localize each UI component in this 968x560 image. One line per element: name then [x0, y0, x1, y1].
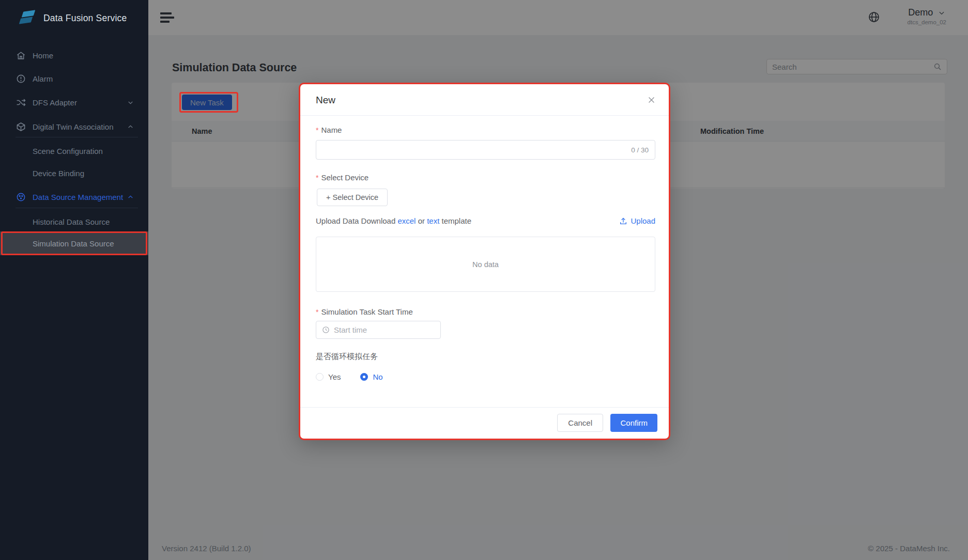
sidebar-item-dfs-adapter[interactable]: DFS Adapter [0, 92, 148, 112]
character-counter: 0 / 30 [631, 146, 649, 154]
upload-data-label: Upload Data Download excel or text templ… [316, 216, 655, 225]
app-screen: Data Fusion Service Home Alarm DFS Adapt… [0, 0, 968, 560]
shuffle-icon [16, 97, 26, 107]
cube-icon [16, 121, 26, 132]
sidebar-item-label: Alarm [33, 74, 148, 83]
close-icon[interactable] [646, 95, 656, 105]
name-input[interactable] [316, 146, 631, 154]
sidebar-item-label: Historical Data Source [33, 217, 110, 226]
chevron-down-icon [127, 99, 134, 106]
confirm-button[interactable]: Confirm [610, 414, 657, 432]
sidebar-item-label: Scene Configuration [33, 147, 103, 155]
sidebar: Data Fusion Service Home Alarm DFS Adapt… [0, 0, 148, 560]
sidebar-item-data-source-management[interactable]: Data Source Management [0, 187, 148, 207]
sidebar-item-device-binding[interactable]: Device Binding [0, 163, 148, 183]
select-device-button[interactable]: + Select Device [317, 189, 388, 206]
upload-label-suffix: template [442, 216, 472, 225]
upload-button[interactable]: Upload [619, 216, 655, 225]
uploaded-data-panel: No data [316, 237, 655, 292]
data-source-icon [16, 192, 26, 202]
sidebar-item-label: DFS Adapter [33, 98, 127, 107]
app-logo-row: Data Fusion Service [0, 0, 148, 36]
sidebar-item-home[interactable]: Home [0, 45, 148, 65]
sidebar-item-label: Digital Twin Association [33, 122, 127, 131]
loop-task-label: 是否循环模拟任务 [316, 352, 378, 362]
modal-footer-divider [300, 407, 669, 408]
text-template-link[interactable]: text [427, 216, 439, 225]
home-icon [16, 50, 26, 60]
name-field-label: *Name [316, 126, 342, 134]
upload-label-prefix: Upload Data Download [316, 216, 395, 225]
required-asterisk: * [316, 174, 318, 182]
sidebar-divider [16, 208, 138, 208]
start-time-label: *Simulation Task Start Time [316, 307, 413, 316]
upload-label: Upload [631, 216, 655, 225]
name-input-box: 0 / 30 [316, 140, 655, 160]
sidebar-item-scene-configuration[interactable]: Scene Configuration [0, 141, 148, 161]
alarm-icon [16, 73, 26, 84]
sidebar-item-label: Home [33, 51, 148, 60]
excel-template-link[interactable]: excel [397, 216, 416, 225]
radio-option-yes[interactable]: Yes [316, 372, 341, 381]
sidebar-item-digital-twin-association[interactable]: Digital Twin Association [0, 117, 148, 136]
sidebar-divider [16, 137, 138, 137]
modal-title: New [316, 95, 335, 106]
sidebar-item-alarm[interactable]: Alarm [0, 69, 148, 88]
sidebar-item-label: Simulation Data Source [33, 239, 114, 248]
app-logo-icon [20, 9, 35, 27]
radio-option-no[interactable]: No [360, 372, 382, 381]
radio-label-yes: Yes [328, 372, 341, 381]
new-task-modal: New *Name 0 / 30 *Select Device + Select… [299, 83, 670, 440]
required-asterisk: * [316, 308, 318, 316]
start-time-input[interactable] [330, 325, 441, 334]
radio-unselected-icon [316, 373, 324, 381]
required-asterisk: * [316, 126, 318, 134]
chevron-up-icon [127, 123, 134, 130]
radio-selected-icon [360, 373, 368, 381]
select-device-label: *Select Device [316, 173, 368, 182]
chevron-up-icon [127, 194, 134, 200]
cancel-button[interactable]: Cancel [557, 414, 603, 432]
no-data-text: No data [472, 260, 499, 269]
loop-radio-group: Yes No [316, 372, 383, 381]
modal-header-divider [300, 115, 669, 116]
sidebar-item-label: Device Binding [33, 169, 84, 178]
upload-label-or: or [418, 216, 425, 225]
radio-label-no: No [373, 372, 382, 381]
sidebar-item-label: Data Source Management [33, 193, 127, 201]
sidebar-item-historical-data-source[interactable]: Historical Data Source [0, 211, 148, 232]
sidebar-item-simulation-data-source[interactable]: Simulation Data Source [0, 231, 148, 255]
app-title: Data Fusion Service [43, 13, 127, 24]
upload-icon [619, 217, 627, 225]
clock-icon [322, 326, 330, 334]
start-time-picker[interactable] [316, 321, 441, 339]
